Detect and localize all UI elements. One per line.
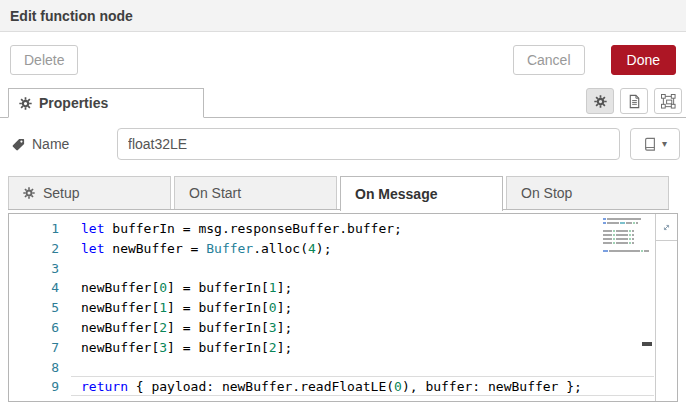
document-icon (627, 94, 642, 109)
dialog-button-row: Delete Cancel Done (0, 32, 686, 88)
expand-editor-button[interactable] (656, 214, 677, 241)
editor-right-strip (655, 214, 677, 401)
tab-setup-label: Setup (43, 185, 80, 201)
code-editor[interactable]: 123456789 let bufferIn = msg.responseBuf… (8, 213, 678, 402)
name-label: Name (12, 136, 117, 152)
editor-minimap[interactable] (603, 218, 649, 254)
overview-ruler-cursor-mark (642, 342, 652, 346)
properties-tab-bar: Properties (0, 88, 686, 118)
name-input[interactable] (117, 128, 620, 160)
tab-on-stop-label: On Stop (521, 185, 572, 201)
book-icon (643, 137, 657, 151)
line-numbers: 123456789 (9, 219, 59, 397)
function-tabs: Setup On Start On Message On Stop (8, 176, 669, 210)
tab-properties[interactable]: Properties (8, 88, 204, 118)
edit-function-node-dialog: Edit function node Delete Cancel Done Pr… (0, 0, 686, 402)
delete-button[interactable]: Delete (10, 45, 78, 75)
tab-on-message[interactable]: On Message (340, 176, 503, 211)
tab-setup[interactable]: Setup (8, 176, 171, 209)
properties-gear-button[interactable] (586, 88, 614, 114)
tab-on-message-label: On Message (355, 186, 437, 202)
gear-icon (594, 95, 607, 108)
dialog-title: Edit function node (10, 8, 133, 24)
description-button[interactable] (620, 88, 648, 114)
name-label-text: Name (32, 136, 69, 152)
chevron-down-icon: ▾ (662, 139, 667, 149)
library-dropdown-button[interactable]: ▾ (630, 128, 680, 160)
name-row: Name ▾ (0, 118, 686, 160)
gear-icon (19, 97, 32, 110)
cancel-button[interactable]: Cancel (513, 45, 585, 75)
expand-icon (662, 221, 671, 234)
appearance-button[interactable] (654, 88, 682, 114)
properties-tab-label: Properties (39, 95, 108, 111)
tag-icon (12, 138, 25, 151)
tab-on-stop[interactable]: On Stop (506, 176, 669, 209)
gear-icon (23, 187, 35, 199)
code-lines[interactable]: let bufferIn = msg.responseBuffer.buffer… (81, 219, 597, 397)
tab-on-start-label: On Start (189, 185, 241, 201)
tab-on-start[interactable]: On Start (174, 176, 337, 209)
done-button[interactable]: Done (611, 45, 676, 75)
node-appearance-icon (661, 94, 676, 109)
properties-icon-buttons (586, 88, 682, 114)
dialog-header: Edit function node (0, 0, 686, 32)
